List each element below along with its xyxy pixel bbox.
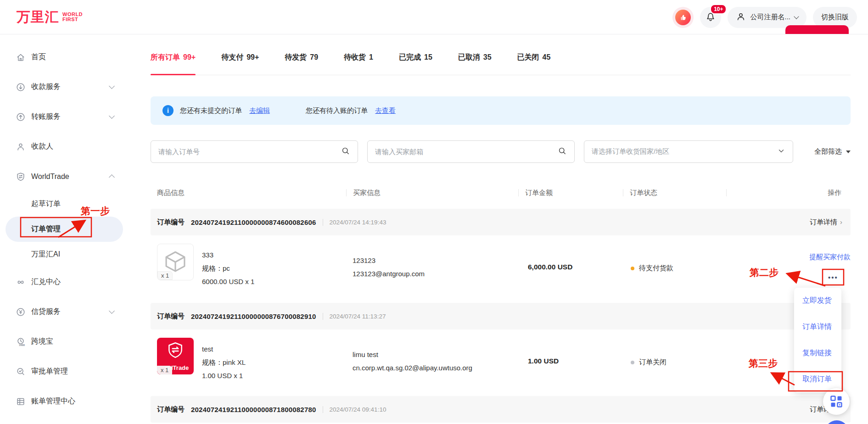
chevron-down-icon (109, 308, 115, 314)
order-time: 2024/07/24 09:41:10 (330, 406, 386, 413)
sidebar-item-worldtrade[interactable]: WorldTrade (0, 162, 124, 191)
sidebar-item-credit-services[interactable]: 信贷服务 (0, 297, 124, 327)
order-row: rldTrade x 1 test 规格：pink XL 1.00 USD x … (151, 329, 851, 396)
buyer-email-search-box (367, 140, 575, 163)
go-edit-link[interactable]: 去编辑 (249, 106, 270, 115)
top-header: 万里汇 WORLD FIRST 10+ (0, 0, 868, 34)
chevron-up-icon (109, 174, 115, 180)
order-number-input[interactable] (158, 148, 341, 156)
product-info: test 规格：pink XL 1.00 USD x 1 (202, 342, 246, 382)
buyer-name: limu test (353, 348, 472, 361)
logo-cn-text: 万里汇 (17, 8, 59, 27)
product-spec: 规格：pc (202, 262, 254, 275)
sidebar-item-receive-services[interactable]: 收款服务 (0, 72, 124, 102)
sidebar-item-order-management[interactable]: 订单管理 (6, 217, 123, 242)
account-name: 公司注册名... (750, 13, 790, 22)
chevron-down-icon (777, 147, 785, 157)
order-number: 20240724192110000000876700082910 (191, 312, 316, 320)
sidebar: 首页 收款服务 转账服务 收款人 WorldTrade 起草订单 订单管理 万 (0, 34, 124, 424)
order-detail-link[interactable]: 订单详情› (810, 218, 842, 227)
coin-yuan-icon (16, 307, 26, 317)
worldfirst-logo[interactable]: 万里汇 WORLD FIRST (17, 8, 83, 27)
menu-item-ship-now[interactable]: 立即发货 (794, 288, 841, 314)
account-menu[interactable]: 公司注册名... (728, 7, 806, 28)
shield-exchange-icon (16, 172, 26, 182)
triangle-down-icon (846, 151, 851, 153)
chevron-down-icon (109, 83, 115, 89)
sidebar-item-fx-center[interactable]: 汇兑中心 (0, 267, 124, 297)
sidebar-item-billing-center[interactable]: 账单管理中心 (0, 386, 124, 416)
product-image[interactable]: rldTrade x 1 (157, 338, 194, 374)
tab-closed[interactable]: 已关闭45 (517, 53, 551, 75)
notification-badge: 10+ (710, 4, 727, 14)
info-icon: i (162, 105, 174, 116)
notice-banner: i 您还有未提交的订单 去编辑 您还有待入账的订单 去查看 (151, 96, 851, 125)
col-actions: 操作 (727, 184, 851, 202)
menu-item-order-detail[interactable]: 订单详情 (794, 314, 841, 340)
col-order-amount: 订单金额 (519, 184, 623, 202)
go-view-link[interactable]: 去查看 (375, 106, 396, 115)
order-number: 20240724192110000000871800082780 (191, 406, 316, 413)
buyer-email: 123123@antgroup.com (353, 267, 425, 280)
product-image[interactable]: x 1 (157, 244, 194, 280)
qr-float-button[interactable] (823, 388, 850, 415)
notifications-button[interactable]: 10+ (700, 7, 721, 28)
user-icon (736, 11, 746, 23)
worldtrade-shield-icon (166, 341, 185, 360)
sidebar-item-home[interactable]: 首页 (0, 42, 124, 72)
order-status-tabs: 所有订单99+ 待支付99+ 待发货79 待收货1 已完成15 已取消35 已关… (151, 53, 851, 75)
tab-pending-payment[interactable]: 待支付99+ (221, 53, 259, 75)
tab-pending-shipment[interactable]: 待发货79 (285, 53, 318, 75)
col-order-status: 订单状态 (623, 184, 727, 202)
exchange-loop-icon (16, 277, 26, 287)
feedback-button[interactable] (672, 7, 694, 28)
quantity-badge: x 1 (157, 271, 173, 280)
buyer-email-input[interactable] (375, 148, 558, 156)
country-select[interactable]: 请选择订单收货国家/地区 (584, 140, 793, 163)
tab-completed[interactable]: 已完成15 (399, 53, 432, 75)
transfer-circle-icon (16, 112, 26, 122)
all-filters-button[interactable]: 全部筛选 (814, 147, 851, 156)
order-status: 订单关闭 (631, 358, 666, 367)
sidebar-item-payees[interactable]: 收款人 (0, 132, 124, 162)
col-product-info: 商品信息 (151, 184, 347, 202)
payee-icon (16, 142, 26, 152)
quantity-badge: x 1 (157, 366, 172, 374)
buyer-email: cn.corp.wt.qa.sg.02@alipay.uwtuso.org (353, 361, 472, 374)
product-price-qty: 6000.00 USD x 1 (202, 275, 254, 288)
order-amount: 1.00 USD (528, 357, 559, 365)
sidebar-item-transfer-services[interactable]: 转账服务 (0, 102, 124, 132)
clipped-red-button[interactable] (785, 25, 849, 34)
logo-en-text: WORLD FIRST (62, 12, 83, 22)
more-actions-button[interactable]: ••• (823, 269, 844, 285)
magnifier-check-icon (16, 367, 26, 377)
sidebar-item-approval-management[interactable]: 审批单管理 (0, 357, 124, 386)
search-icon[interactable] (341, 146, 350, 157)
product-info: 333 规格：pc 6000.00 USD x 1 (202, 248, 254, 288)
search-icon[interactable] (558, 146, 567, 157)
tab-all-orders[interactable]: 所有订单99+ (151, 53, 196, 75)
order-actions-menu: 立即发货 订单详情 复制链接 取消订单 (794, 288, 841, 392)
sidebar-item-draft-orders[interactable]: 起草订单 (0, 191, 124, 217)
menu-item-copy-link[interactable]: 复制链接 (794, 340, 841, 366)
col-buyer-info: 买家信息 (347, 184, 519, 202)
svg-text:1688: 1688 (19, 343, 25, 346)
order-row: x 1 333 规格：pc 6000.00 USD x 1 123123 123… (151, 235, 851, 303)
product-price-qty: 1.00 USD x 1 (202, 369, 246, 382)
status-dot-grey (631, 361, 634, 364)
order-time: 2024/07/24 14:19:43 (330, 219, 386, 226)
sidebar-item-kuajingbao[interactable]: 1688 跨境宝 (0, 327, 124, 357)
order-group-header: 订单编号 20240724192110000000876700082910 20… (151, 303, 851, 329)
product-spec: 规格：pink XL (202, 356, 246, 369)
sidebar-item-worldfirst-ai[interactable]: 万里汇AI (0, 242, 124, 267)
status-dot-orange (631, 267, 634, 270)
remind-buyer-pay-link[interactable]: 提醒买家付款 (809, 253, 851, 262)
buyer-info: limu test cn.corp.wt.qa.sg.02@alipay.uwt… (353, 348, 472, 374)
product-name: 333 (202, 248, 254, 262)
table-header: 商品信息 买家信息 订单金额 订单状态 操作 (151, 184, 851, 202)
order-amount: 6,000.00 USD (528, 263, 572, 271)
tab-cancelled[interactable]: 已取消35 (458, 53, 492, 75)
switch-old-version-button[interactable]: 切换旧版 (813, 7, 857, 28)
tab-pending-receipt[interactable]: 待收货1 (344, 53, 373, 75)
order-number: 20240724192110000000874600082606 (191, 218, 316, 226)
